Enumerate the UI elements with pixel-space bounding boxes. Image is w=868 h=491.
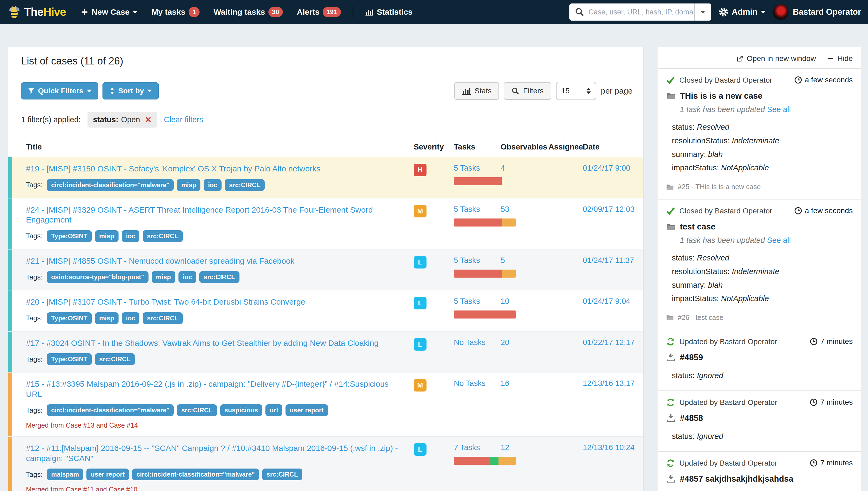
case-title-link[interactable]: #15 - #13:#3395 Malspam 2016-09-22 (.js … [26,379,405,399]
table-row[interactable]: #12 - #11:[Malspam] 2016-09-15 -- "SCAN"… [8,436,643,491]
table-row[interactable]: #17 - #3024 OSINT - In the Shadows: Vawt… [8,331,643,372]
tasks-link[interactable]: 5 Tasks [454,256,480,264]
user-menu[interactable]: Bastard Operator [773,4,861,20]
tag-pill[interactable]: src:CIRCL [95,353,135,365]
nav-item-my-tasks[interactable]: My tasks1 [144,0,206,24]
tasks-link[interactable]: No Tasks [454,338,486,347]
case-date-link[interactable]: 12/13/16 10:24 [583,443,635,452]
admin-menu[interactable]: Admin [719,7,765,17]
remove-filter-icon[interactable]: ✕ [145,115,151,124]
tag-pill[interactable]: circl:incident-classification="malware" [47,404,174,416]
stream-entry-case-ref[interactable]: #25 - THis is is a new case [678,183,761,191]
tag-pill[interactable]: user report [86,468,129,480]
tag-pill[interactable]: src:CIRCL [262,468,302,480]
tag-pill[interactable]: circl:incident-classification="malware" [132,468,259,480]
tag-pill[interactable]: src:CIRCL [143,230,183,242]
quick-filters-button[interactable]: Quick Filters [21,82,98,99]
tag-pill[interactable]: ioc [204,179,222,191]
nav-item-waiting-tasks[interactable]: Waiting tasks30 [206,0,290,24]
observables-count[interactable]: 20 [501,338,509,347]
merged-case-link[interactable]: Case #14 [109,422,138,429]
hide-panel-link[interactable]: Hide [828,54,853,63]
refresh-icon [666,459,675,468]
filters-button[interactable]: Filters [504,82,551,100]
tags-line: Tags: circl:incident-classification="mal… [26,179,405,191]
tag-pill[interactable]: src:CIRCL [199,271,239,283]
case-date-link[interactable]: 01/24/17 9:04 [583,297,630,306]
clear-filters-link[interactable]: Clear filters [164,115,203,124]
case-title-link[interactable]: #19 - [MISP] #3150 OSINT - Sofacy's 'Kom… [26,164,405,174]
case-date-link[interactable]: 01/22/17 12:17 [583,338,635,347]
case-color-strip [8,198,12,249]
merged-case-link[interactable]: Case #13 [66,422,94,429]
tag-pill[interactable]: circl:incident-classification="malware" [47,179,174,191]
tag-pill[interactable]: src:CIRCL [143,312,183,324]
tag-pill[interactable]: malspam [47,468,83,480]
search-scope-button[interactable] [694,3,711,21]
case-date-link[interactable]: 01/24/17 9:00 [583,164,630,172]
case-title-link[interactable]: #21 - [MISP] #4855 OSINT - Nemucod downl… [26,256,405,266]
tag-pill[interactable]: misp [152,271,175,283]
case-date-link[interactable]: 12/13/16 13:17 [583,379,635,387]
page-size-select[interactable]: 15 [556,82,596,100]
observables-count[interactable]: 12 [501,443,509,452]
nav-item-statistics[interactable]: Statistics [358,0,419,24]
merged-case-link[interactable]: Case #11 [66,486,94,491]
search-input[interactable] [589,3,694,21]
table-row[interactable]: #20 - [MISP] #3107 OSINT - Turbo Twist: … [8,290,643,331]
tag-pill[interactable]: src:CIRCL [225,179,264,191]
stats-button[interactable]: Stats [454,82,499,100]
tag-pill[interactable]: Type:OSINT [47,312,92,324]
case-title-link[interactable]: #20 - [MISP] #3107 OSINT - Turbo Twist: … [26,297,405,307]
tag-pill[interactable]: ioc [122,230,140,242]
tag-pill[interactable]: misp [95,230,118,242]
tag-pill[interactable]: misp [95,312,118,324]
brand[interactable]: TheHive [7,5,66,19]
case-title-link[interactable]: #24 - [MISP] #3329 OSINT - ASERT Threat … [26,205,405,225]
observables-count[interactable]: 16 [501,379,509,387]
stream-entry: Closed by Bastard Operatora few secondsT… [658,68,861,199]
tasks-link[interactable]: 5 Tasks [454,297,480,306]
task-updated-note: 1 task has been updated [680,105,767,114]
sort-by-button[interactable]: Sort by [103,82,159,99]
tag-pill[interactable]: ioc [178,271,196,283]
tag-pill[interactable]: suspicious [220,404,262,416]
tasks-link[interactable]: 5 Tasks [454,164,480,172]
case-date-link[interactable]: 02/09/17 12:03 [583,205,635,213]
tag-pill[interactable]: user report [285,404,328,416]
see-all-link[interactable]: See all [767,236,791,244]
tasks-link[interactable]: No Tasks [454,379,486,387]
live-stream-panel: Open in new window Hide Closed by Bastar… [658,47,861,491]
observables-count[interactable]: 5 [501,256,505,264]
tag-pill[interactable]: Type:OSINT [47,230,92,242]
observables-count[interactable]: 10 [501,297,509,306]
observables-count[interactable]: 4 [501,164,505,172]
tags-line: Tags: osint:source-type="blog-post"mispi… [26,271,405,283]
case-title-link[interactable]: #17 - #3024 OSINT - In the Shadows: Vawt… [26,338,405,348]
open-in-new-window-link[interactable]: Open in new window [736,54,816,63]
tag-pill[interactable]: ioc [122,312,140,324]
stream-entry-case-ref[interactable]: #26 - test case [678,313,724,322]
table-row[interactable]: #24 - [MISP] #3329 OSINT - ASERT Threat … [8,198,643,249]
merged-case-link[interactable]: Case #10 [109,486,137,491]
navbar: TheHive New CaseMy tasks1Waiting tasks30… [0,0,868,24]
case-date-link[interactable]: 01/24/17 11:37 [583,256,634,264]
field-update-line: status: Ignored [672,369,853,382]
table-row[interactable]: #15 - #13:#3395 Malspam 2016-09-22 (.js … [8,372,643,436]
case-title-link[interactable]: #12 - #11:[Malspam] 2016-09-15 -- "SCAN"… [26,443,405,463]
see-all-link[interactable]: See all [767,105,791,114]
tasks-link[interactable]: 5 Tasks [454,205,480,213]
tag-pill[interactable]: misp [177,179,200,191]
tasks-link[interactable]: 7 Tasks [454,443,480,452]
merged-from-line: Merged from Case #13 and Case #14 [26,422,405,429]
tag-pill[interactable]: Type:OSINT [47,353,92,365]
table-row[interactable]: #19 - [MISP] #3150 OSINT - Sofacy's 'Kom… [8,157,643,198]
table-row[interactable]: #21 - [MISP] #4855 OSINT - Nemucod downl… [8,249,643,290]
nav-item-new-case[interactable]: New Case [74,0,144,24]
tag-pill[interactable]: src:CIRCL [177,404,217,416]
tag-pill[interactable]: url [265,404,282,416]
filters-applied-label: 1 filter(s) applied: [21,115,81,124]
nav-item-alerts[interactable]: Alerts191 [290,0,348,24]
observables-count[interactable]: 53 [501,205,509,213]
tag-pill[interactable]: osint:source-type="blog-post" [47,271,148,283]
